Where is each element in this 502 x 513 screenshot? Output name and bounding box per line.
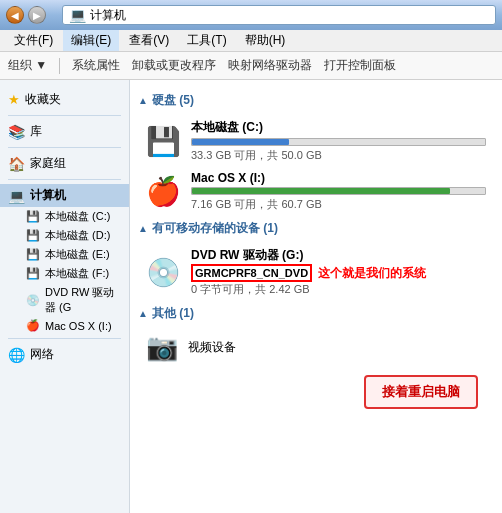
- drive-mac-icon: 🍎: [146, 175, 181, 208]
- removable-section-label: 有可移动存储的设备 (1): [152, 220, 278, 237]
- drive-mac-name: Mac OS X (I:): [191, 171, 486, 185]
- drive-mac-item[interactable]: 🍎 Mac OS X (I:) 7.16 GB 可用，共 60.7 GB: [138, 167, 494, 216]
- harddisk-section-header: ▲ 硬盘 (5): [138, 92, 494, 109]
- restart-btn-container: 接着重启电脑: [138, 367, 494, 413]
- menu-edit[interactable]: 编辑(E): [63, 30, 119, 51]
- menu-tools[interactable]: 工具(T): [179, 30, 234, 51]
- dvd-name2: GRMCPRF: [195, 267, 251, 279]
- toolbar: 组织 ▼ 系统属性 卸载或更改程序 映射网络驱动器 打开控制面板: [0, 52, 502, 80]
- toolbar-system-props[interactable]: 系统属性: [72, 57, 120, 74]
- dvd-name-line: DVD RW 驱动器 (G:): [191, 247, 486, 264]
- divider3: [8, 179, 121, 180]
- title-bar: ◀ ▶ 💻 计算机: [0, 0, 502, 30]
- drive-mac-bar: [192, 188, 450, 194]
- sidebar-sub-dvd[interactable]: 💿 DVD RW 驱动器 (G: [22, 283, 129, 317]
- removable-arrow: ▲: [138, 223, 148, 234]
- disk-e-label: 本地磁盘 (E:): [45, 247, 110, 262]
- drive-c-bar: [192, 139, 289, 145]
- drive-c-item[interactable]: 💾 本地磁盘 (C:) 33.3 GB 可用，共 50.0 GB: [138, 115, 494, 167]
- disk-icon-c: 💾: [26, 210, 40, 223]
- dvd-name1: DVD RW 驱动器 (G:): [191, 247, 303, 264]
- sidebar-item-favorites[interactable]: ★ 收藏夹: [0, 88, 129, 111]
- toolbar-uninstall[interactable]: 卸载或更改程序: [132, 57, 216, 74]
- forward-button[interactable]: ▶: [28, 6, 46, 24]
- sidebar-sub-d[interactable]: 💾 本地磁盘 (D:): [22, 226, 129, 245]
- menu-help[interactable]: 帮助(H): [237, 30, 294, 51]
- separator: [59, 58, 60, 74]
- divider1: [8, 115, 121, 116]
- computer-nav-icon: 💻: [8, 188, 25, 204]
- menu-file[interactable]: 文件(F): [6, 30, 61, 51]
- menu-bar: 文件(F) 编辑(E) 查看(V) 工具(T) 帮助(H): [0, 30, 502, 52]
- disk-icon-f: 💾: [26, 267, 40, 280]
- network-icon: 🌐: [8, 347, 25, 363]
- toolbar-organize[interactable]: 组织 ▼: [8, 57, 47, 74]
- sidebar-sub-computer: 💾 本地磁盘 (C:) 💾 本地磁盘 (D:) 💾 本地磁盘 (E:) 💾 本地…: [0, 207, 129, 334]
- harddisk-section-label: 硬盘 (5): [152, 92, 194, 109]
- computer-icon: 💻: [69, 7, 86, 23]
- drive-c-size: 33.3 GB 可用，共 50.0 GB: [191, 148, 486, 163]
- video-device-label: 视频设备: [188, 339, 236, 356]
- disk-icon-e: 💾: [26, 248, 40, 261]
- favorites-label: 收藏夹: [25, 91, 61, 108]
- dvd-size: 0 字节可用，共 2.42 GB: [191, 282, 486, 297]
- dvd-row: GRMCPRF8_CN_DVD 这个就是我们的系统: [191, 264, 486, 282]
- computer-label: 计算机: [30, 187, 66, 204]
- drive-mac-bar-container: [191, 187, 486, 195]
- dvd-side-label: DVD RW 驱动器 (G: [45, 285, 125, 315]
- main-layout: ★ 收藏夹 📚 库 🏠 家庭组 💻 计算机 💾 本地磁盘 (C:) 💾 本地磁盘…: [0, 80, 502, 513]
- disk-icon-d: 💾: [26, 229, 40, 242]
- dvd-highlight-label: GRMCPRF8_CN_DVD: [191, 264, 312, 282]
- drive-c-info: 本地磁盘 (C:) 33.3 GB 可用，共 50.0 GB: [191, 119, 486, 163]
- dvd-icon-side: 💿: [26, 294, 40, 307]
- drive-c-name: 本地磁盘 (C:): [191, 119, 486, 136]
- star-icon: ★: [8, 92, 20, 107]
- dvd-drive-icon: 💿: [146, 256, 181, 289]
- homegroup-label: 家庭组: [30, 155, 66, 172]
- dvd-name3: 8_CN_DVD: [251, 267, 308, 279]
- toolbar-control-panel[interactable]: 打开控制面板: [324, 57, 396, 74]
- drive-mac-info: Mac OS X (I:) 7.16 GB 可用，共 60.7 GB: [191, 171, 486, 212]
- sidebar-item-library[interactable]: 📚 库: [0, 120, 129, 143]
- homegroup-icon: 🏠: [8, 156, 25, 172]
- dvd-drive-info: DVD RW 驱动器 (G:) GRMCPRF8_CN_DVD 这个就是我们的系…: [191, 247, 486, 297]
- other-section-header: ▲ 其他 (1): [138, 305, 494, 322]
- sidebar-sub-f[interactable]: 💾 本地磁盘 (F:): [22, 264, 129, 283]
- removable-section-header: ▲ 有可移动存储的设备 (1): [138, 220, 494, 237]
- other-section-label: 其他 (1): [152, 305, 194, 322]
- address-bar[interactable]: 💻 计算机: [62, 5, 496, 25]
- disk-c-label: 本地磁盘 (C:): [45, 209, 110, 224]
- divider2: [8, 147, 121, 148]
- menu-view[interactable]: 查看(V): [121, 30, 177, 51]
- sidebar-sub-c[interactable]: 💾 本地磁盘 (C:): [22, 207, 129, 226]
- drive-c-icon: 💾: [146, 125, 181, 158]
- address-text: 计算机: [90, 7, 126, 24]
- dvd-red-label: 这个就是我们的系统: [318, 265, 426, 282]
- disk-f-label: 本地磁盘 (F:): [45, 266, 109, 281]
- network-label: 网络: [30, 346, 54, 363]
- drive-c-bar-container: [191, 138, 486, 146]
- mac-side-label: Mac OS X (I:): [45, 320, 112, 332]
- content-area: ▲ 硬盘 (5) 💾 本地磁盘 (C:) 33.3 GB 可用，共 50.0 G…: [130, 80, 502, 513]
- back-button[interactable]: ◀: [6, 6, 24, 24]
- dvd-item[interactable]: 💿 DVD RW 驱动器 (G:) GRMCPRF8_CN_DVD 这个就是我们…: [138, 243, 494, 301]
- video-device-item[interactable]: 📷 视频设备: [138, 328, 494, 367]
- drive-mac-size: 7.16 GB 可用，共 60.7 GB: [191, 197, 486, 212]
- library-label: 库: [30, 123, 42, 140]
- mac-icon-side: 🍎: [26, 319, 40, 332]
- library-icon: 📚: [8, 124, 25, 140]
- toolbar-map-drive[interactable]: 映射网络驱动器: [228, 57, 312, 74]
- sidebar-item-network[interactable]: 🌐 网络: [0, 343, 129, 366]
- disk-d-label: 本地磁盘 (D:): [45, 228, 110, 243]
- other-arrow: ▲: [138, 308, 148, 319]
- divider4: [8, 338, 121, 339]
- sidebar: ★ 收藏夹 📚 库 🏠 家庭组 💻 计算机 💾 本地磁盘 (C:) 💾 本地磁盘…: [0, 80, 130, 513]
- sidebar-item-homegroup[interactable]: 🏠 家庭组: [0, 152, 129, 175]
- sidebar-item-computer[interactable]: 💻 计算机: [0, 184, 129, 207]
- camera-icon: 📷: [146, 332, 178, 363]
- sidebar-sub-mac[interactable]: 🍎 Mac OS X (I:): [22, 317, 129, 334]
- harddisk-arrow: ▲: [138, 95, 148, 106]
- restart-button[interactable]: 接着重启电脑: [364, 375, 478, 409]
- sidebar-sub-e[interactable]: 💾 本地磁盘 (E:): [22, 245, 129, 264]
